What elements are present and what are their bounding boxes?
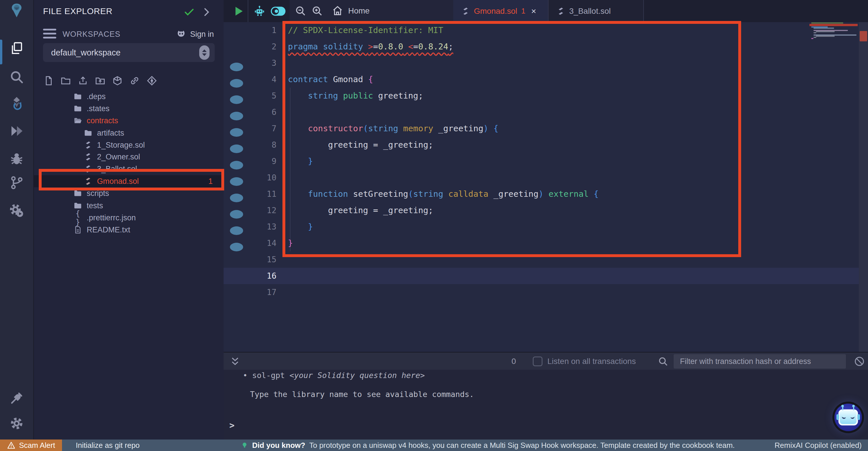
import-ipfs-cube-icon[interactable] — [112, 75, 123, 86]
transaction-filter-input[interactable] — [674, 354, 846, 369]
tree-row-artifacts[interactable]: artifacts — [34, 127, 224, 139]
scam-alert-button[interactable]: Scam Alert — [0, 440, 62, 451]
tree-row-ballot[interactable]: 3_Ballot.sol — [34, 163, 224, 175]
code-editor[interactable]: 1 2 3 4 5 6 7 8 9 10 11 12 13 14 15 16 1… — [224, 22, 868, 352]
terminal-prompt[interactable]: > — [229, 420, 235, 430]
home-icon[interactable] — [332, 5, 344, 17]
tree-label: README.txt — [87, 225, 130, 234]
git-init-button[interactable]: Initialize as git repo — [76, 441, 140, 450]
file-explorer-icon[interactable] — [8, 40, 25, 57]
line-number: 14 — [224, 235, 283, 251]
settings-icon[interactable] — [8, 415, 25, 432]
tab-home[interactable]: Home — [348, 6, 370, 16]
solidity-file-icon — [84, 177, 92, 186]
code-line-12: greeting = _greeting; — [288, 202, 433, 219]
git-icon[interactable] — [8, 174, 25, 191]
tree-row-states[interactable]: .states — [34, 103, 224, 115]
clone-git-icon[interactable] — [146, 75, 157, 86]
tab-close-icon[interactable]: × — [531, 6, 536, 16]
tip-text: To prototype on a uniswap v4 hooks, you … — [309, 441, 735, 450]
terminal-log-line: • sol-gpt <your Solidity question here> — [243, 371, 425, 380]
editor-scrollbar[interactable] — [859, 22, 868, 352]
tree-row-gmonad-selected[interactable]: Gmonad.sol 1 — [34, 175, 224, 187]
tab-ballot[interactable]: 3_Ballot.sol — [549, 0, 643, 22]
listen-checkbox[interactable] — [533, 357, 542, 366]
folder-icon — [73, 104, 82, 113]
line-number: 9 — [224, 153, 283, 169]
did-you-know-tip: Did you know? To prototype on a uniswap … — [241, 441, 735, 450]
folder-icon — [73, 189, 82, 198]
run-script-play-button[interactable] — [231, 5, 245, 19]
remix-logo[interactable] — [8, 2, 25, 19]
minimap[interactable] — [809, 22, 859, 160]
zoom-out-icon[interactable] — [294, 5, 307, 17]
solidity-file-icon — [84, 165, 92, 173]
tip-label: Did you know? — [252, 441, 305, 450]
home-zone: Home — [290, 0, 453, 22]
line-number: 8 — [224, 137, 283, 153]
copilot-toggle-icon[interactable] — [269, 6, 287, 17]
listen-label[interactable]: Listen on all transactions — [547, 353, 636, 370]
github-cat-icon — [176, 29, 187, 40]
line-number: 4 — [224, 71, 283, 88]
tree-row-storage[interactable]: 1_Storage.sol — [34, 139, 224, 151]
scripts-runner-icon[interactable] — [8, 202, 25, 220]
copilot-status[interactable]: RemixAI Copilot (enabled) — [775, 441, 862, 450]
code-line-14: } — [288, 235, 293, 251]
workspace-select[interactable]: default_workspace — [43, 43, 215, 62]
accept-check-icon[interactable] — [183, 6, 195, 18]
transaction-count: 0 — [512, 353, 516, 370]
tab-gmonad[interactable]: Gmonad.sol 1 × — [453, 0, 548, 22]
search-icon[interactable] — [8, 68, 25, 86]
plugin-icon-bar — [0, 0, 34, 451]
tree-label: tests — [87, 201, 103, 210]
tree-label: 2_Owner.sol — [97, 152, 140, 162]
folder-open-icon — [73, 116, 82, 125]
line-number: 15 — [224, 251, 283, 268]
solidity-compiler-icon[interactable] — [8, 95, 25, 112]
debugger-icon[interactable] — [8, 150, 25, 168]
deploy-run-icon[interactable] — [8, 122, 25, 140]
tree-row-readme[interactable]: README.txt — [34, 224, 224, 236]
code-line-8: greeting = _greeting; — [288, 137, 433, 153]
line-number: 17 — [224, 284, 283, 301]
divider — [248, 0, 248, 22]
line-number: 5 — [224, 88, 283, 104]
scrollbar-error-marker — [860, 31, 867, 41]
lightbulb-icon — [241, 442, 248, 449]
new-file-icon[interactable] — [43, 75, 54, 86]
remixai-chat-button[interactable] — [834, 403, 862, 431]
file-explorer-toolbar — [43, 75, 157, 86]
folder-icon — [84, 129, 92, 137]
active-plugin-indicator — [0, 40, 2, 64]
import-link-icon[interactable] — [129, 75, 140, 86]
line-number: 1 — [224, 22, 283, 38]
line-number-current: 16 — [224, 268, 283, 284]
workspace-menu-icon[interactable] — [43, 29, 56, 41]
upload-file-icon[interactable] — [78, 75, 88, 86]
tree-row-scripts[interactable]: scripts — [34, 187, 224, 199]
plugin-manager-icon[interactable] — [8, 390, 25, 407]
clear-console-ban-icon[interactable] — [854, 356, 865, 367]
collapse-panel-chevron-icon[interactable] — [200, 6, 212, 18]
tree-row-owner[interactable]: 2_Owner.sol — [34, 151, 224, 163]
terminal-log-line: Type the library name to see available c… — [250, 390, 474, 399]
panel-title: FILE EXPLORER — [43, 6, 113, 16]
tree-label: 1_Storage.sol — [97, 141, 145, 150]
zoom-in-icon[interactable] — [311, 5, 323, 17]
sign-in-button[interactable]: Sign in — [176, 29, 214, 40]
tree-row-tests[interactable]: tests — [34, 200, 224, 212]
terminal-search-icon[interactable] — [658, 356, 669, 367]
tree-row-deps[interactable]: .deps — [34, 90, 224, 103]
workspace-selected-value: default_workspace — [51, 48, 121, 57]
terminal-log[interactable]: • sol-gpt <your Solidity question here> … — [224, 370, 868, 440]
line-number: 13 — [224, 219, 283, 235]
upload-folder-icon[interactable] — [95, 75, 105, 86]
robot-face-icon — [838, 410, 858, 425]
tree-label: .deps — [87, 92, 105, 101]
new-folder-icon[interactable] — [60, 75, 71, 86]
remixai-robot-icon[interactable] — [253, 5, 266, 19]
terminal-expand-icon[interactable] — [230, 357, 240, 367]
tree-row-prettierrc[interactable]: { } .prettierrc.json — [34, 212, 224, 224]
tree-row-contracts[interactable]: contracts — [34, 115, 224, 127]
